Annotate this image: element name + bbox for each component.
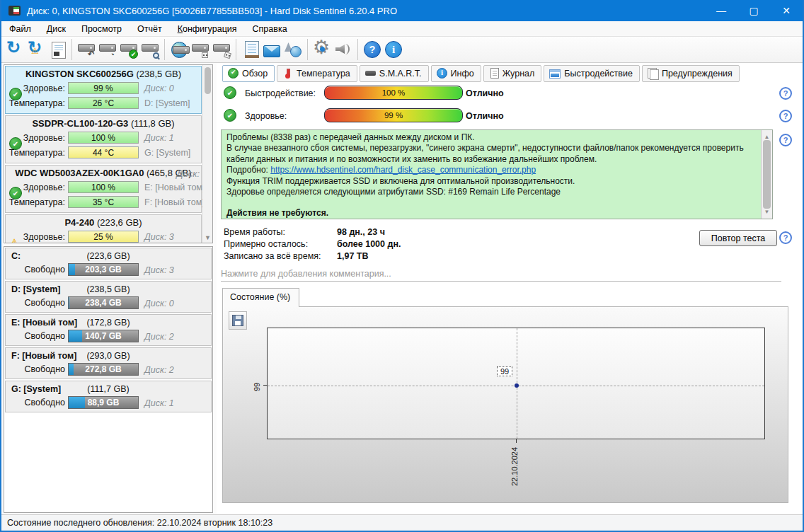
tab-performance[interactable]: Быстродействие	[544, 65, 640, 82]
toolbar-button[interactable]	[118, 39, 139, 60]
disk-list: KINGSTON SKC600256G (238,5 GB) Здоровье:…	[4, 64, 213, 243]
maximize-button[interactable]: ▢	[737, 0, 770, 21]
scrollbar-down-arrow[interactable]: ▼	[203, 234, 212, 241]
mail-icon	[263, 45, 280, 57]
stat-row: Время работы: 98 дн., 23 ч	[224, 227, 521, 239]
app-icon	[8, 6, 21, 16]
info-line: Проблемы (8338 раз) с передачей данных м…	[226, 132, 757, 143]
comment-input[interactable]	[221, 267, 781, 282]
free-space-bar: 238,4 GB	[68, 296, 139, 309]
disk-globe-icon	[171, 42, 188, 58]
toolbar-button[interactable]	[47, 39, 68, 60]
data-point	[515, 383, 519, 388]
close-button[interactable]: ✕	[770, 0, 803, 21]
toolbar-button[interactable]	[139, 39, 161, 60]
gradient-bar: 100 %	[324, 86, 463, 100]
chart-panel: 99 99 22.10.2024	[222, 306, 788, 503]
tab-bar: Обзор Температура S.M.A.R.T. Инфо	[222, 65, 740, 82]
stats-block: Время работы: 98 дн., 23 ч Примерно оста…	[224, 227, 521, 263]
menu-item[interactable]: Диск	[39, 23, 74, 35]
toolbar-button[interactable]	[311, 39, 333, 60]
help-icon[interactable]: ?	[779, 87, 792, 100]
partition-item[interactable]: D: [System] (238,5 GB) Свободно 238,4 GB…	[5, 281, 212, 313]
toolbar-button[interactable]	[190, 39, 211, 60]
menu-item[interactable]: Отчёт	[130, 23, 170, 35]
toolbar-button[interactable]	[261, 39, 282, 60]
info-icon	[437, 68, 447, 79]
partition-item[interactable]: E: [Новый том] (172,8 GB) Свободно 140,7…	[5, 314, 212, 346]
scrollbar-down-arrow[interactable]: ▼	[762, 207, 772, 217]
toolbar-group	[307, 39, 354, 60]
retest-button[interactable]: Повтор теста	[699, 230, 777, 246]
disk-list-scrollbar[interactable]: ▼	[202, 65, 212, 243]
chart-icon	[549, 69, 561, 79]
disk-list-item[interactable]: KINGSTON SKC600256G (238,5 GB) Здоровье:…	[5, 66, 202, 114]
menu-item[interactable]: Справка	[245, 23, 295, 35]
menu-item[interactable]: Файл	[1, 23, 39, 35]
network-icon	[284, 40, 302, 59]
tab-info[interactable]: Инфо	[431, 65, 481, 82]
save-chart-button[interactable]	[229, 311, 247, 330]
scrollbar-thumb[interactable]	[763, 140, 771, 209]
toolbar-group	[236, 39, 304, 60]
tab-alerts[interactable]: Предупреждения	[642, 65, 740, 82]
minimize-button[interactable]: —	[705, 0, 737, 21]
partition-item[interactable]: F: [Новый том] (293,0 GB) Свободно 272,8…	[5, 347, 212, 379]
ok-icon	[224, 86, 236, 99]
toolbar-button[interactable]	[76, 39, 97, 60]
toolbar-button[interactable]	[240, 39, 261, 60]
toolbar-button[interactable]	[282, 39, 304, 60]
info-icon	[385, 41, 402, 58]
partition-letter: C:	[11, 251, 21, 261]
sidebar: KINGSTON SKC600256G (238,5 GB) Здоровье:…	[1, 63, 217, 514]
disk-list-item[interactable]: WDC WD5003AZEX-00K1GA0 (465,8 GB)Диск: З…	[5, 165, 202, 213]
chart-tab-state[interactable]: Состояние (%)	[222, 288, 299, 307]
partition-size: (223,6 GB)	[6, 251, 211, 261]
info-link[interactable]: https://www.hdsentinel.com/hard_disk_cas…	[270, 165, 536, 175]
partition-letter: D: [System]	[11, 284, 60, 294]
toolbar-button[interactable]	[25, 39, 47, 60]
toolbar-button[interactable]	[4, 39, 25, 60]
y-tick-mark	[263, 385, 267, 386]
sound-icon	[334, 40, 352, 59]
info-line: Здоровье определяется следующими атрибут…	[226, 187, 757, 197]
partition-item[interactable]: G: [System] (111,7 GB) Свободно 88,9 GB …	[5, 381, 212, 412]
tab-temperature[interactable]: Температура	[277, 65, 357, 82]
x-axis-tick-label: 22.10.2024	[510, 447, 519, 486]
disk-name: KINGSTON SKC600256G	[25, 69, 134, 79]
toolbar-button[interactable]	[333, 39, 354, 60]
partition-letter: E: [Новый том]	[11, 318, 77, 328]
help-icon[interactable]: ?	[779, 110, 792, 122]
toolbar-group	[357, 39, 404, 60]
scrollbar-thumb[interactable]	[205, 67, 211, 94]
partition-item[interactable]: C: (223,6 GB) Свободно 203,3 GB Диск: 3	[5, 248, 212, 279]
refresh-warning-icon	[27, 40, 45, 59]
toolbar-button[interactable]	[211, 39, 232, 60]
ok-icon	[224, 109, 236, 122]
report-icon	[52, 42, 66, 59]
toolbar-button[interactable]	[383, 39, 404, 60]
disk-check-icon	[120, 40, 138, 59]
disk-size: (111,8 GB)	[131, 118, 175, 129]
save-icon	[232, 315, 243, 326]
notepad-icon	[245, 41, 259, 58]
toolbar-button[interactable]	[362, 39, 383, 60]
infobox-scrollbar[interactable]: ▲ ▼	[761, 130, 772, 219]
toolbar-button[interactable]	[168, 39, 190, 60]
drive-icon	[365, 68, 376, 79]
disk-list-item[interactable]: SSDPR-CL100-120-G3 (111,8 GB) Здоровье: …	[5, 115, 202, 163]
tab-smart[interactable]: S.M.A.R.T.	[360, 65, 429, 82]
help-icon[interactable]: ?	[779, 231, 792, 244]
toolbar-button[interactable]	[97, 39, 118, 60]
disk-name: WDC WD5003AZEX-00K1GA0	[15, 168, 144, 178]
disk-list-item[interactable]: P4-240 (223,6 GB) Здоровье: 25 % Диск: 3	[5, 214, 202, 243]
x-tick-mark	[516, 439, 517, 443]
status-text: Состояние последнего обновления: 22.10.2…	[7, 518, 272, 528]
y-axis-tick-label: 99	[253, 383, 261, 391]
tab-overview[interactable]: Обзор	[222, 65, 275, 82]
help-icon[interactable]: ?	[779, 134, 792, 146]
menu-item[interactable]: Просмотр	[74, 23, 130, 35]
tab-log[interactable]: Журнал	[483, 65, 542, 82]
menu-item[interactable]: Конфигурация	[170, 23, 245, 35]
value-bar: 100 %	[68, 132, 139, 144]
